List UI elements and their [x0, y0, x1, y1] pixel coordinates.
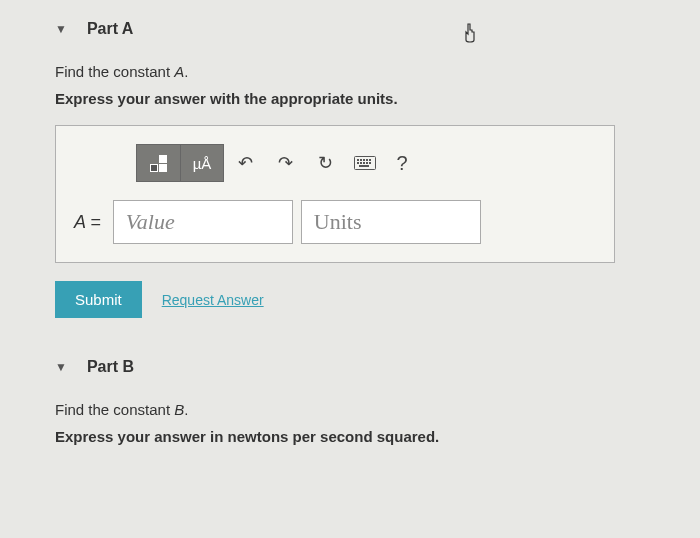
- svg-rect-10: [369, 162, 371, 164]
- svg-rect-2: [360, 159, 362, 161]
- prompt-text: Find the constant: [55, 401, 174, 418]
- part-a-instruction: Express your answer with the appropriate…: [55, 90, 665, 107]
- part-a-prompt: Find the constant A.: [55, 63, 665, 80]
- svg-rect-9: [366, 162, 368, 164]
- undo-icon[interactable]: ↶: [226, 144, 264, 182]
- variable-label: A =: [74, 212, 101, 233]
- prompt-suffix: .: [184, 401, 188, 418]
- part-a-header[interactable]: ▼ Part A: [35, 20, 665, 38]
- part-a-title: Part A: [87, 20, 134, 38]
- formula-toolbar: µÅ ↶ ↷ ↻ ?: [136, 144, 596, 182]
- prompt-variable: A: [174, 63, 184, 80]
- part-a-content: Find the constant A. Express your answer…: [35, 63, 665, 318]
- keyboard-icon[interactable]: [346, 144, 384, 182]
- prompt-variable: B: [174, 401, 184, 418]
- part-b-title: Part B: [87, 358, 134, 376]
- answer-input-row: A = Value Units: [74, 200, 596, 244]
- prompt-suffix: .: [184, 63, 188, 80]
- svg-rect-6: [357, 162, 359, 164]
- svg-rect-1: [357, 159, 359, 161]
- submit-button[interactable]: Submit: [55, 281, 142, 318]
- action-row: Submit Request Answer: [55, 281, 665, 318]
- svg-rect-5: [369, 159, 371, 161]
- prompt-text: Find the constant: [55, 63, 174, 80]
- pointer-cursor-icon: [460, 22, 480, 49]
- part-b-instruction: Express your answer in newtons per secon…: [55, 428, 665, 445]
- part-b-prompt: Find the constant B.: [55, 401, 665, 418]
- svg-rect-8: [363, 162, 365, 164]
- units-button[interactable]: µÅ: [180, 144, 224, 182]
- help-icon[interactable]: ?: [386, 144, 418, 182]
- svg-rect-4: [366, 159, 368, 161]
- units-input[interactable]: Units: [301, 200, 481, 244]
- svg-rect-11: [359, 165, 369, 167]
- chevron-down-icon: ▼: [55, 22, 67, 36]
- template-button[interactable]: [136, 144, 180, 182]
- answer-box: µÅ ↶ ↷ ↻ ? A = Value Units: [55, 125, 615, 263]
- part-b-header[interactable]: ▼ Part B: [35, 358, 665, 376]
- request-answer-link[interactable]: Request Answer: [162, 292, 264, 308]
- redo-icon[interactable]: ↷: [266, 144, 304, 182]
- chevron-down-icon: ▼: [55, 360, 67, 374]
- part-b-content: Find the constant B. Express your answer…: [35, 401, 665, 445]
- value-input[interactable]: Value: [113, 200, 293, 244]
- svg-rect-3: [363, 159, 365, 161]
- svg-rect-7: [360, 162, 362, 164]
- reset-icon[interactable]: ↻: [306, 144, 344, 182]
